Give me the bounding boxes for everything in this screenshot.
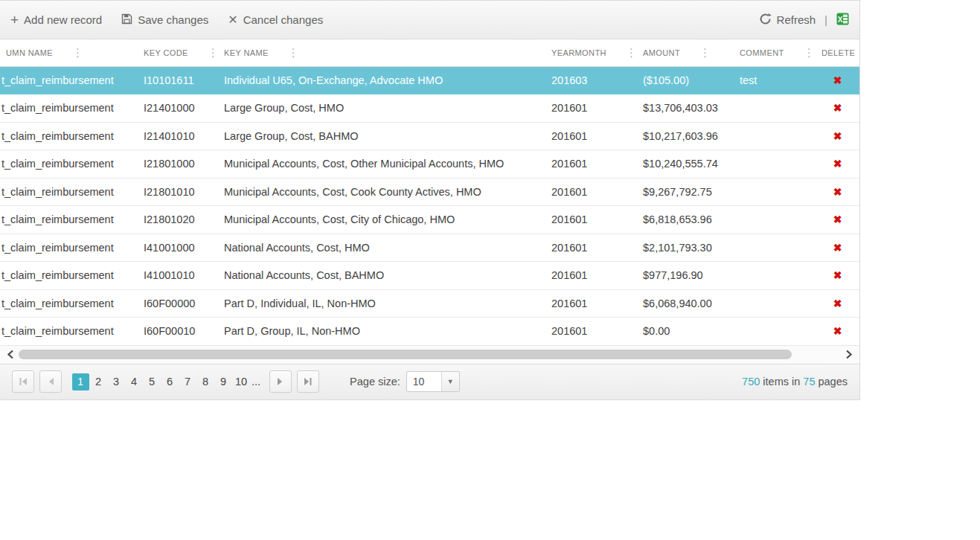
cell-yearmonth[interactable]: 201601 — [545, 318, 637, 346]
delete-row-icon[interactable]: ✖ — [833, 325, 842, 337]
cell-yearmonth[interactable]: 201601 — [545, 94, 637, 123]
last-page-button[interactable] — [297, 370, 319, 393]
page-number-10[interactable]: 10 — [233, 373, 250, 390]
page-number-5[interactable]: 5 — [144, 373, 161, 390]
scroll-right-icon[interactable] — [844, 350, 854, 359]
cell-key-name[interactable]: National Accounts, Cost, HMO — [218, 234, 545, 262]
cell-amount[interactable]: ($105.00) — [637, 66, 734, 94]
page-number-3[interactable]: 3 — [108, 373, 125, 390]
table-row[interactable]: t_claim_reimbursement I41001000 National… — [0, 234, 859, 262]
column-menu-icon[interactable]: ⋮ — [286, 47, 301, 58]
page-number-8[interactable]: 8 — [197, 373, 214, 390]
cell-amount[interactable]: $6,818,653.96 — [637, 206, 734, 234]
cell-column-name[interactable]: t_claim_reimbursement — [0, 178, 138, 206]
table-row[interactable]: t_claim_reimbursement I41001010 National… — [0, 262, 859, 290]
table-row[interactable]: t_claim_reimbursement I21801010 Municipa… — [0, 178, 859, 206]
cell-yearmonth[interactable]: 201601 — [545, 178, 637, 206]
page-number-6[interactable]: 6 — [161, 373, 179, 390]
cell-column-name[interactable]: t_claim_reimbursement — [0, 262, 138, 290]
cell-comment[interactable] — [734, 206, 816, 234]
cell-key-name[interactable]: Municipal Accounts, Cost, City of Chicag… — [218, 206, 545, 234]
cell-amount[interactable]: $10,217,603.96 — [637, 122, 734, 150]
first-page-button[interactable] — [12, 370, 34, 393]
table-row-selected[interactable]: t_claim_reimbursement I10101611 Individu… — [0, 66, 859, 94]
cell-amount[interactable]: $0.00 — [637, 318, 734, 346]
cell-key-name[interactable]: Part D, Group, IL, Non-HMO — [218, 318, 545, 346]
column-menu-icon[interactable]: ⋮ — [206, 47, 218, 58]
refresh-button[interactable]: Refresh — [759, 13, 816, 28]
cell-column-name[interactable]: t_claim_reimbursement — [0, 206, 138, 234]
table-row[interactable]: t_claim_reimbursement I60F00010 Part D, … — [0, 318, 859, 346]
delete-row-icon[interactable]: ✖ — [833, 158, 842, 170]
cell-key-name[interactable]: Municipal Accounts, Cost, Other Municipa… — [218, 150, 545, 179]
cell-key-name[interactable]: Part D, Individual, IL, Non-HMO — [218, 289, 545, 318]
cell-amount[interactable]: $2,101,793.30 — [637, 234, 734, 262]
delete-row-icon[interactable]: ✖ — [833, 213, 842, 225]
cell-column-name[interactable]: t_claim_reimbursement — [0, 122, 138, 150]
column-menu-icon[interactable]: ⋮ — [802, 47, 816, 58]
column-menu-icon[interactable]: ⋮ — [698, 47, 712, 58]
cell-key-name[interactable]: Municipal Accounts, Cost, Cook County Ac… — [218, 178, 545, 206]
cell-key-code[interactable]: I60F00000 — [138, 289, 218, 318]
table-row[interactable]: t_claim_reimbursement I21401000 Large Gr… — [0, 94, 859, 123]
cell-key-code[interactable]: I21801010 — [138, 178, 218, 206]
cancel-changes-button[interactable]: ✕ Cancel changes — [228, 13, 323, 26]
delete-row-icon[interactable]: ✖ — [833, 186, 842, 198]
cell-column-name[interactable]: t_claim_reimbursement — [0, 150, 138, 179]
page-number-4[interactable]: 4 — [126, 373, 143, 390]
delete-row-icon[interactable]: ✖ — [833, 269, 842, 281]
cell-key-code[interactable]: I10101611 — [138, 66, 218, 94]
scrollbar-track[interactable] — [19, 350, 841, 359]
scroll-left-icon[interactable] — [6, 350, 16, 359]
add-new-record-button[interactable]: + Add new record — [10, 13, 102, 27]
page-number-7[interactable]: 7 — [179, 373, 196, 390]
cell-comment[interactable] — [734, 122, 816, 150]
cell-column-name[interactable]: t_claim_reimbursement — [0, 66, 138, 94]
cell-comment[interactable] — [734, 94, 816, 123]
cell-yearmonth[interactable]: 201601 — [545, 262, 637, 290]
cell-key-code[interactable]: I21801020 — [138, 206, 218, 234]
cell-yearmonth[interactable]: 201601 — [545, 122, 637, 150]
cell-comment[interactable]: test — [734, 66, 816, 94]
delete-row-icon[interactable]: ✖ — [833, 130, 842, 142]
column-menu-icon[interactable]: ⋮ — [71, 47, 85, 58]
cell-key-name[interactable]: Individual U65, On-Exchange, Advocate HM… — [218, 66, 545, 94]
cell-amount[interactable]: $6,068,940.00 — [637, 289, 734, 318]
cell-key-code[interactable]: I41001010 — [138, 262, 218, 290]
cell-key-name[interactable]: Large Group, Cost, HMO — [218, 94, 545, 123]
cell-key-name[interactable]: Large Group, Cost, BAHMO — [218, 122, 545, 150]
delete-row-icon[interactable]: ✖ — [833, 74, 842, 86]
cell-column-name[interactable]: t_claim_reimbursement — [0, 234, 138, 262]
cell-comment[interactable] — [734, 318, 816, 346]
cell-column-name[interactable]: t_claim_reimbursement — [0, 318, 138, 346]
table-row[interactable]: t_claim_reimbursement I60F00000 Part D, … — [0, 289, 859, 318]
cell-key-name[interactable]: National Accounts, Cost, BAHMO — [218, 262, 545, 290]
cell-amount[interactable]: $977,196.90 — [637, 262, 734, 290]
cell-amount[interactable]: $10,240,555.74 — [637, 150, 734, 179]
delete-row-icon[interactable]: ✖ — [833, 242, 842, 254]
scrollbar-thumb[interactable] — [19, 350, 792, 359]
page-ellipsis[interactable]: ... — [252, 376, 260, 388]
page-number-1[interactable]: 1 — [72, 373, 89, 390]
cell-comment[interactable] — [734, 150, 816, 179]
table-row[interactable]: t_claim_reimbursement I21801020 Municipa… — [0, 206, 859, 234]
cell-yearmonth[interactable]: 201601 — [545, 150, 637, 179]
page-number-2[interactable]: 2 — [90, 373, 107, 390]
table-row[interactable]: t_claim_reimbursement I21801000 Municipa… — [0, 150, 859, 179]
cell-key-code[interactable]: I21801000 — [138, 150, 218, 179]
cell-yearmonth[interactable]: 201603 — [545, 66, 637, 94]
cell-amount[interactable]: $13,706,403.03 — [637, 94, 734, 123]
next-page-button[interactable] — [269, 370, 292, 393]
cell-key-code[interactable]: I60F00010 — [138, 318, 218, 346]
cell-comment[interactable] — [734, 262, 816, 290]
cell-column-name[interactable]: t_claim_reimbursement — [0, 94, 138, 123]
cell-comment[interactable] — [734, 234, 816, 262]
cell-yearmonth[interactable]: 201601 — [545, 289, 637, 318]
delete-row-icon[interactable]: ✖ — [833, 102, 842, 114]
delete-row-icon[interactable]: ✖ — [833, 298, 842, 309]
page-size-select[interactable]: 10 ▼ — [406, 371, 460, 392]
cell-column-name[interactable]: t_claim_reimbursement — [0, 289, 138, 318]
cell-key-code[interactable]: I41001000 — [138, 234, 218, 262]
export-excel-button[interactable]: X — [836, 13, 849, 28]
column-menu-icon[interactable]: ⋮ — [624, 47, 637, 58]
